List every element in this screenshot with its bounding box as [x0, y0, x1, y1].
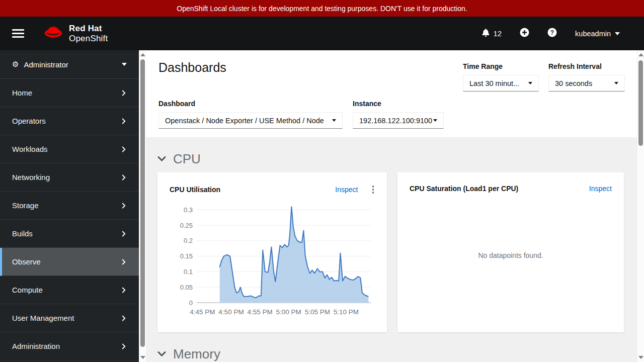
sidebar-scrollbar[interactable] [139, 50, 146, 362]
chevron-right-icon [121, 203, 127, 209]
chevron-right-icon [121, 343, 127, 349]
main-content: Dashboards Time Range Last 30 minut... R… [146, 50, 637, 362]
chevron-down-icon [615, 32, 620, 35]
dashboard-label: Dashboard [158, 100, 343, 108]
section-title: Memory [173, 346, 220, 362]
scroll-up-icon[interactable] [638, 53, 643, 56]
svg-text:5:05 PM: 5:05 PM [305, 308, 330, 316]
svg-text:4:55 PM: 4:55 PM [247, 308, 272, 316]
svg-text:?: ? [550, 29, 554, 36]
caret-down-icon [614, 82, 618, 84]
svg-text:0.3: 0.3 [184, 206, 193, 213]
chevron-right-icon [121, 174, 127, 180]
kebab-menu-icon[interactable] [371, 185, 375, 195]
chevron-right-icon [121, 315, 127, 321]
svg-text:0.2: 0.2 [184, 237, 193, 244]
redhat-fedora-icon [42, 25, 64, 42]
sidebar-item-user-management[interactable]: User Management [0, 304, 139, 332]
notifications-button[interactable]: 12 [482, 29, 502, 38]
scroll-up-icon[interactable] [140, 53, 145, 56]
scroll-down-icon[interactable] [140, 356, 145, 359]
logo-text: Red Hat OpenShift [69, 24, 108, 43]
sidebar-item-observe[interactable]: Observe [0, 248, 139, 276]
sidebar-item-compute[interactable]: Compute [0, 276, 139, 304]
page-header: Dashboards Time Range Last 30 minut... R… [146, 50, 637, 137]
perspective-label: Administrator [24, 60, 68, 69]
svg-text:5:10 PM: 5:10 PM [334, 308, 359, 316]
chevron-right-icon [121, 259, 127, 265]
caret-down-icon [332, 119, 336, 122]
sidebar-item-builds[interactable]: Builds [0, 220, 139, 248]
svg-text:0.25: 0.25 [180, 221, 193, 229]
inspect-link[interactable]: Inspect [335, 186, 358, 194]
time-range-label: Time Range [463, 62, 539, 70]
hamburger-menu-icon[interactable] [12, 29, 24, 38]
section-title: CPU [173, 151, 201, 167]
user-menu[interactable]: kubeadmin [575, 30, 620, 38]
inspect-link[interactable]: Inspect [589, 185, 612, 193]
redhat-openshift-logo: Red Hat OpenShift [42, 24, 108, 43]
scrollbar-thumb[interactable] [140, 59, 145, 347]
add-button[interactable] [520, 28, 529, 39]
time-range-select[interactable]: Last 30 minut... [463, 75, 539, 92]
card-title: CPU Saturation (Load1 per CPU) [410, 185, 518, 193]
dashboard-body: CPU CPU Utilisation Inspect 00.050.10.15… [146, 137, 637, 362]
refresh-interval-select[interactable]: 30 seconds [548, 75, 625, 92]
main-scrollbar[interactable] [637, 50, 644, 362]
sidebar-item-networking[interactable]: Networking [0, 163, 139, 192]
caret-down-icon [528, 82, 532, 84]
section-header-cpu[interactable]: CPU [157, 151, 625, 167]
svg-text:4:45 PM: 4:45 PM [190, 308, 215, 316]
caret-down-icon [433, 119, 437, 122]
cogs-icon: ⚙ [12, 60, 19, 69]
sidebar-item-storage[interactable]: Storage [0, 192, 139, 220]
scroll-down-icon[interactable] [638, 356, 643, 359]
chevron-right-icon [121, 287, 127, 293]
masthead: Red Hat OpenShift 12 ? kubeadmin [0, 17, 644, 50]
section-header-memory[interactable]: Memory [157, 346, 625, 362]
perspective-switcher[interactable]: ⚙ Administrator [0, 50, 139, 79]
cpu-utilisation-card: CPU Utilisation Inspect 00.050.10.150.20… [157, 172, 387, 332]
caret-down-icon [122, 63, 127, 66]
dev-warning-banner: OpenShift Local cluster is for developme… [0, 0, 644, 17]
help-button[interactable]: ? [547, 28, 557, 39]
chevron-right-icon [121, 231, 127, 237]
refresh-interval-label: Refresh Interval [548, 62, 625, 70]
notification-count: 12 [493, 29, 502, 38]
svg-text:5:00 PM: 5:00 PM [276, 308, 301, 316]
chevron-down-icon [157, 350, 166, 359]
svg-text:0.15: 0.15 [180, 252, 193, 260]
chevron-right-icon [121, 146, 127, 152]
sidebar-item-workloads[interactable]: Workloads [0, 135, 139, 163]
page-title: Dashboards [158, 60, 226, 75]
sidebar-item-operators[interactable]: Operators [0, 107, 139, 135]
sidebar-nav: ⚙ Administrator Home Operators Workloads… [0, 50, 139, 362]
chevron-right-icon [121, 118, 127, 124]
card-title: CPU Utilisation [170, 186, 220, 194]
instance-label: Instance [353, 100, 444, 108]
svg-text:0: 0 [189, 299, 193, 306]
dashboard-select[interactable]: Openstack / Node Exporter / USE Method /… [158, 112, 343, 129]
svg-text:4:50 PM: 4:50 PM [218, 308, 244, 316]
no-datapoints-message: No datapoints found. [397, 193, 624, 318]
bell-icon [482, 29, 490, 38]
chevron-right-icon [121, 90, 127, 96]
instance-select[interactable]: 192.168.122.100:9100 [353, 112, 444, 129]
chevron-down-icon [157, 155, 166, 164]
sidebar-item-administration[interactable]: Administration [0, 332, 139, 360]
sidebar-item-home[interactable]: Home [0, 79, 139, 107]
svg-text:0.05: 0.05 [180, 283, 193, 291]
cpu-utilisation-chart: 00.050.10.150.20.250.34:45 PM4:50 PM4:55… [168, 200, 387, 328]
scrollbar-thumb[interactable] [638, 60, 643, 146]
svg-text:0.1: 0.1 [184, 267, 193, 275]
cpu-saturation-card: CPU Saturation (Load1 per CPU) Inspect N… [397, 172, 624, 332]
user-name: kubeadmin [575, 30, 611, 38]
dev-warning-text: OpenShift Local cluster is for developme… [177, 5, 467, 13]
